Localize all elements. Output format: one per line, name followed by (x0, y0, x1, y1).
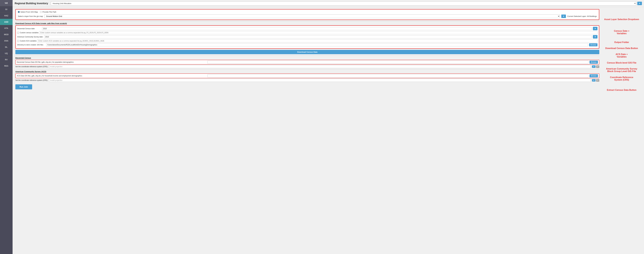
decennial-section-header: Decennial Census (15, 56, 599, 59)
header-dropdown-btn[interactable]: ▼ (637, 2, 642, 5)
census-form: Decennial Census date: ▼ Custom census v… (15, 25, 599, 49)
decennial-crs-refresh-btn[interactable]: ↻ (596, 65, 599, 68)
acs-gis-file-row: ACS Data GIS file (.gdb,.shp,etc.) for h… (15, 74, 599, 78)
census-section-header: Download Census ACS Data (create .gdb fi… (15, 21, 599, 24)
annotation-census-block: Census Block-level GIS File (602, 61, 641, 65)
custom-census-row: Custom census variables (17, 31, 598, 34)
decennial-gis-file-row: Decennial Census Data GIS file (.gdb,.sh… (15, 60, 599, 64)
annotation-census-date: Census Date + Variables (602, 29, 641, 36)
acs-crs-input[interactable] (49, 79, 591, 82)
directory-input[interactable] (46, 43, 588, 46)
acs-gis-file-input[interactable] (208, 74, 588, 77)
radio-file-path-input[interactable] (40, 11, 42, 13)
directory-browse-btn[interactable]: Browse (589, 43, 598, 46)
decennial-census-section: Decennial Census Decennial Census Data G… (15, 56, 599, 68)
left-panel: Select From GIS Map Provide File Path Se… (15, 9, 599, 92)
acs-section-header: American Community Survey (ACS) (15, 69, 599, 72)
acs-date-input[interactable] (44, 35, 592, 38)
annotation-acs-block: American Community Survey Block Group Le… (602, 67, 641, 73)
main-content: Regional Building Inventory Housing Unit… (12, 0, 644, 254)
sidebar-item-mod[interactable]: MOD (0, 32, 12, 38)
download-census-btn[interactable]: Download Census Data (15, 50, 599, 54)
acs-crs-controls: ▼ ↻ (592, 79, 599, 82)
radio-gis-map[interactable]: Select From GIS Map (18, 11, 38, 13)
annotation-extract: Extract Census Data Button (602, 88, 641, 92)
acs-crs-row: Set the coordinate reference system (CRS… (15, 79, 599, 82)
sidebar-item-gi[interactable]: GI (0, 6, 12, 12)
sidebar-item-ana[interactable]: ANA (0, 38, 12, 44)
sidebar-item-asd[interactable]: ASD (0, 19, 12, 25)
right-panel: Asset Layer Selection Dropdown Census Da… (602, 9, 641, 92)
annotation-acs-date: ACS Date + Variables (602, 52, 641, 59)
header: Regional Building Inventory Housing Unit… (12, 0, 644, 7)
acs-date-row: American Community Survey date: ▼ (17, 35, 598, 38)
gis-layer-btn[interactable]: ▼ (561, 14, 566, 18)
content-area: Select From GIS Map Provide File Path Se… (12, 7, 644, 94)
header-dropdown-container: Housing Unit Allocation ▼ (51, 2, 642, 6)
sidebar: VIZ GI HAZ ASD HTA MOD ANA DL UQ RV RES (0, 0, 12, 254)
radio-gis-map-input[interactable] (18, 11, 20, 13)
directory-row: Directory to store created .GIS files Br… (17, 43, 598, 46)
gis-layer-select[interactable]: Ground Motion Grid (44, 14, 560, 18)
custom-acs-input[interactable] (38, 40, 598, 42)
decennial-crs-controls: ▼ ↻ (592, 65, 599, 68)
annotation-asset-layer: Asset Layer Selection Dropdown (602, 18, 641, 21)
sidebar-item-dl[interactable]: DL (0, 44, 12, 50)
decennial-crs-input[interactable] (49, 65, 591, 68)
sidebar-item-rv[interactable]: RV (0, 56, 12, 63)
decennial-date-btn[interactable]: ▼ (593, 27, 598, 30)
acs-date-btn[interactable]: ▼ (593, 35, 598, 38)
decennial-gis-file-input[interactable] (208, 60, 588, 64)
acs-browse-btn[interactable]: Browse (590, 74, 598, 77)
custom-acs-checkbox[interactable] (17, 40, 19, 42)
sidebar-item-hta[interactable]: HTA (0, 25, 12, 32)
decennial-browse-btn[interactable]: Browse (590, 60, 598, 64)
housing-unit-dropdown[interactable]: Housing Unit Allocation (51, 2, 636, 6)
run-join-btn[interactable]: Run Join (15, 84, 32, 89)
decennial-crs-down-btn[interactable]: ▼ (592, 65, 596, 68)
custom-census-input[interactable] (40, 31, 598, 34)
page-title: Regional Building Inventory (15, 2, 48, 5)
layer-select-row: Select a layer from the gis map Ground M… (18, 14, 597, 18)
annotation-download-btn: Download Census Data Button (602, 46, 641, 50)
radio-row: Select From GIS Map Provide File Path (18, 11, 597, 13)
custom-acs-row: Custom ACS variables (17, 40, 598, 42)
radio-file-path[interactable]: Provide File Path (40, 11, 56, 13)
decennial-crs-row: Set the coordinate reference system (CRS… (15, 65, 599, 68)
asset-layer-section: Select From GIS Map Provide File Path Se… (15, 9, 599, 20)
sidebar-item-haz[interactable]: HAZ (0, 12, 12, 19)
decennial-date-input[interactable] (42, 27, 592, 30)
sidebar-item-res[interactable]: RES (0, 63, 12, 69)
sidebar-item-viz[interactable]: VIZ (0, 0, 12, 6)
acs-crs-refresh-btn[interactable]: ↻ (596, 79, 599, 82)
decennial-date-row: Decennial Census date: ▼ (17, 27, 598, 30)
annotation-output-folder: Output Folder (602, 40, 641, 44)
custom-census-checkbox[interactable] (17, 32, 19, 34)
annotation-crs: Coordinate Reference System (CRS) (602, 76, 641, 82)
acs-crs-down-btn[interactable]: ▼ (592, 79, 596, 82)
acs-section: American Community Survey (ACS) ACS Data… (15, 69, 599, 82)
sidebar-item-uq[interactable]: UQ (0, 50, 12, 56)
